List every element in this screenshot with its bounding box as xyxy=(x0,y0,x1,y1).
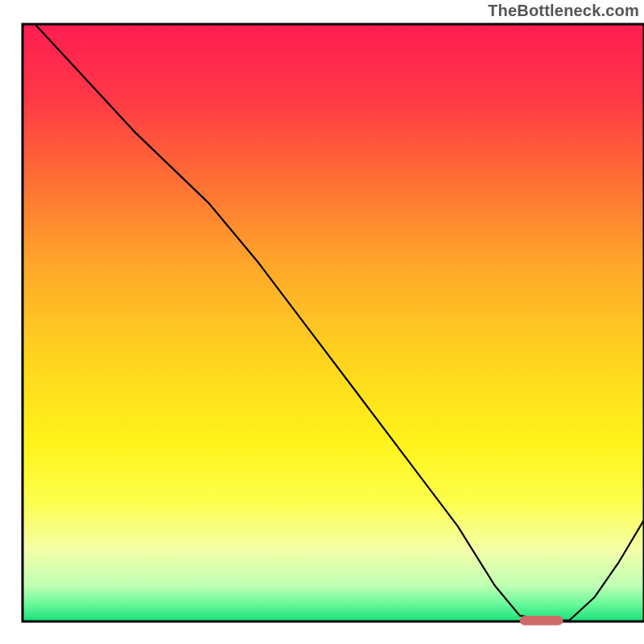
sweet-spot-marker xyxy=(520,616,564,625)
bottleneck-chart xyxy=(0,0,644,644)
plot-background xyxy=(23,24,644,621)
watermark-text: TheBottleneck.com xyxy=(488,2,639,20)
